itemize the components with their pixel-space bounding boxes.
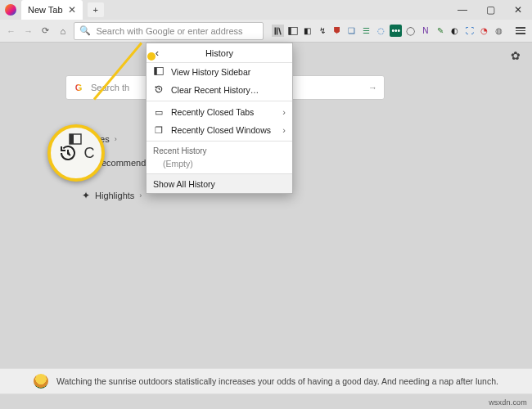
title-bar: New Tab ✕ + — ▢ ✕ (0, 0, 532, 20)
extension-icon[interactable]: ⛊ (331, 25, 343, 37)
windows-icon: ❐ (153, 125, 165, 136)
browser-tab[interactable]: New Tab ✕ (21, 0, 83, 20)
extension-icon[interactable]: ◧ (301, 25, 313, 37)
extension-icon[interactable]: ••• (390, 25, 402, 37)
extension-icon[interactable]: ◌ (375, 25, 387, 37)
show-all-history[interactable]: Show All History (147, 173, 292, 193)
menu-label: View History Sidebar (171, 67, 250, 77)
menu-label: Clear Recent History… (171, 85, 259, 95)
search-go-icon[interactable]: → (368, 83, 377, 92)
history-header: ‹ History (147, 43, 292, 63)
watermark: wsxdn.com (489, 398, 527, 407)
url-bar[interactable]: 🔍 Search with Google or enter address (74, 22, 264, 40)
reload-button[interactable]: ⟳ (39, 23, 52, 39)
google-g-icon: G (73, 82, 84, 93)
extension-icon[interactable]: ☰ (360, 25, 372, 37)
sidebar-icon (153, 66, 165, 78)
menu-button[interactable] (513, 23, 527, 39)
section-label: Highlights (95, 191, 134, 200)
history-icon (153, 84, 165, 96)
new-tab-button[interactable]: + (88, 2, 104, 17)
minimize-button[interactable]: — (449, 0, 476, 20)
maximize-button[interactable]: ▢ (476, 0, 504, 20)
separator (147, 101, 292, 101)
view-history-sidebar[interactable]: View History Sidebar (147, 63, 292, 81)
library-button[interactable] (272, 25, 284, 37)
chevron-right-icon: › (139, 191, 142, 200)
highlights-icon: ✦ (82, 190, 90, 201)
chevron-right-icon: › (115, 135, 117, 143)
tab-title: New Tab (28, 5, 63, 15)
search-icon: 🔍 (79, 25, 91, 36)
snippet-message: Watching the sunrise outdoors statistica… (56, 376, 498, 386)
recently-closed-windows[interactable]: ❐ Recently Closed Windows (147, 121, 292, 139)
tabs-icon: ▭ (153, 107, 165, 118)
highlights-section[interactable]: ✦ Highlights › (82, 190, 142, 201)
extension-icon[interactable]: ↯ (316, 25, 328, 37)
library-icon (273, 26, 283, 36)
zoom-callout: C (47, 124, 105, 182)
sunrise-icon (34, 374, 48, 389)
extension-icon[interactable]: ◔ (478, 25, 490, 37)
snippet-bar: Watching the sunrise outdoors statistica… (0, 368, 532, 394)
callout-pointer-dot (147, 52, 156, 61)
recently-closed-tabs[interactable]: ▭ Recently Closed Tabs (147, 103, 292, 121)
sidebar-icon (69, 133, 82, 146)
separator (147, 141, 292, 142)
clear-recent-history[interactable]: Clear Recent History… (147, 81, 292, 99)
history-title: History (147, 48, 292, 58)
history-dropdown: ‹ History View History Sidebar Clear Rec… (146, 43, 293, 194)
back-button[interactable]: ← (5, 23, 17, 39)
menu-label: Recently Closed Windows (171, 125, 271, 135)
close-tab-icon[interactable]: ✕ (68, 4, 76, 16)
recent-history-empty: (Empty) (147, 157, 292, 173)
menu-label: Show All History (153, 179, 215, 189)
navigation-toolbar: ← → ⟳ ⌂ 🔍 Search with Google or enter ad… (0, 20, 532, 43)
svg-rect-3 (70, 134, 74, 144)
extension-icon[interactable]: ⛶ (463, 25, 476, 37)
sidebar-button[interactable] (286, 25, 299, 37)
home-button[interactable]: ⌂ (56, 23, 69, 39)
extension-icon[interactable]: ◍ (493, 25, 505, 37)
svg-rect-5 (155, 68, 157, 75)
forward-button[interactable]: → (22, 23, 34, 39)
history-icon (58, 143, 78, 163)
firefox-icon (5, 4, 16, 16)
extension-icon[interactable]: ❑ (345, 25, 358, 37)
customize-gear-icon[interactable]: ✿ (511, 49, 521, 62)
extension-icon[interactable]: N (419, 25, 431, 37)
toolbar-extensions: ◧ ↯ ⛊ ❑ ☰ ◌ ••• ◯ N ✎ ◐ ⛶ ◔ ◍ (272, 25, 505, 37)
window-controls: — ▢ ✕ (449, 0, 532, 20)
menu-label: Recently Closed Tabs (171, 107, 254, 117)
url-placeholder: Search with Google or enter address (96, 26, 242, 36)
page-search-placeholder: Search th (91, 83, 129, 92)
extension-icon[interactable]: ✎ (434, 25, 446, 37)
partial-letter: C (84, 145, 95, 162)
close-window-button[interactable]: ✕ (504, 0, 532, 20)
extension-icon[interactable]: ◐ (449, 25, 461, 37)
extension-icon[interactable]: ◯ (404, 25, 417, 37)
svg-rect-1 (289, 27, 291, 34)
recent-history-heading: Recent History (147, 143, 292, 157)
